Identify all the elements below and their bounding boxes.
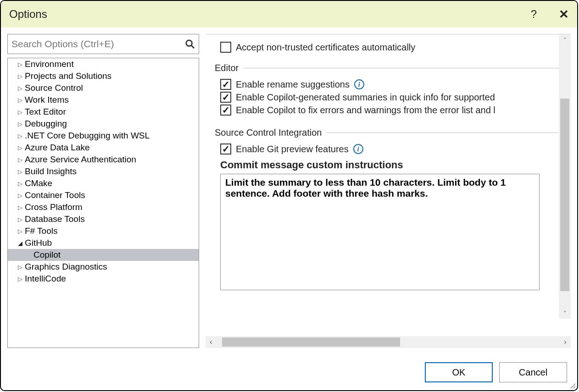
chevron-right-icon[interactable]: ▷	[18, 276, 23, 282]
tree-item[interactable]: ▷Container Tools	[8, 189, 199, 201]
chevron-right-icon[interactable]: ▷	[18, 121, 23, 127]
editor-legend: Editor	[215, 63, 243, 73]
chevron-right-icon[interactable]: ▷	[18, 228, 23, 235]
help-icon[interactable]: ?	[531, 8, 537, 21]
chevron-right-icon[interactable]: ▷	[18, 109, 23, 116]
info-icon[interactable]: i	[354, 79, 364, 89]
chevron-right-icon[interactable]: ▷	[18, 180, 23, 187]
scroll-thumb[interactable]	[222, 337, 400, 347]
tree-item-label: Source Control	[25, 83, 83, 93]
git-preview-checkbox[interactable]	[220, 144, 231, 155]
source-control-group: Source Control Integration Enable Git pr…	[215, 127, 562, 293]
tree-item[interactable]: ◢GitHub	[8, 237, 199, 249]
commit-instructions-textarea[interactable]	[220, 174, 540, 290]
rename-checkbox[interactable]	[220, 79, 231, 90]
tree-item[interactable]: ▷F# Tools	[8, 225, 199, 237]
tree-item-label: Container Tools	[25, 190, 85, 200]
resize-grip[interactable]	[569, 382, 575, 388]
search-input[interactable]	[11, 39, 185, 50]
tree-item-label: Azure Data Lake	[25, 143, 90, 153]
scroll-thumb[interactable]	[560, 99, 569, 291]
dialog-footer: OK Cancel	[1, 354, 577, 390]
tree-item[interactable]: ▷Azure Data Lake	[8, 142, 199, 154]
tree-item[interactable]: ▷Graphics Diagnostics	[8, 261, 199, 273]
commit-heading: Commit message custom instructions	[220, 159, 562, 171]
summaries-checkbox[interactable]	[220, 92, 231, 103]
accept-nontrusted-checkbox[interactable]	[220, 42, 231, 53]
tree-item-label: Text Editor	[25, 107, 66, 117]
fixerrors-row[interactable]: Enable Copilot to fix errors and warning…	[215, 105, 562, 116]
horizontal-scrollbar[interactable]: ‹ ›	[206, 336, 571, 348]
tree-item[interactable]: ▷CMake	[8, 177, 199, 189]
scroll-up-icon[interactable]: ˄	[559, 34, 571, 45]
tree-item[interactable]: ▷Azure Service Authentication	[8, 154, 199, 166]
scroll-right-icon[interactable]: ›	[560, 336, 571, 348]
tree-item-label: Azure Service Authentication	[25, 155, 136, 165]
git-preview-row[interactable]: Enable Git preview features i	[215, 144, 562, 155]
cancel-button[interactable]: Cancel	[499, 362, 567, 382]
tree-item[interactable]: ▷Build Insights	[8, 166, 199, 177]
svg-line-1	[191, 45, 194, 48]
tree-item-label: Projects and Solutions	[25, 71, 111, 81]
tree-item[interactable]: ▷IntelliCode	[8, 273, 199, 285]
tree-item[interactable]: ▷Work Items	[8, 94, 199, 106]
titlebar: Options ? ✕	[1, 1, 577, 28]
left-panel: ▷Environment▷Projects and Solutions▷Sour…	[7, 34, 199, 348]
chevron-right-icon[interactable]: ▷	[18, 85, 23, 92]
git-preview-label: Enable Git preview features	[236, 144, 349, 155]
titlebar-controls: ? ✕	[531, 7, 569, 22]
tree-item[interactable]: ▷Database Tools	[8, 213, 199, 225]
chevron-right-icon[interactable]: ▷	[18, 156, 23, 163]
search-icon	[185, 39, 195, 49]
accept-nontrusted-row[interactable]: Accept non-trusted certificates automati…	[215, 42, 562, 53]
rename-row[interactable]: Enable rename suggestions i	[215, 79, 562, 90]
chevron-down-icon[interactable]: ◢	[18, 240, 23, 247]
tree-item[interactable]: ▷Source Control	[8, 82, 199, 94]
tree-item-label: CMake	[25, 178, 52, 188]
chevron-right-icon[interactable]: ▷	[18, 61, 23, 68]
right-content: Accept non-trusted certificates automati…	[206, 34, 571, 334]
tree-item[interactable]: ▷Projects and Solutions	[8, 70, 199, 82]
tree-item-label: .NET Core Debugging with WSL	[25, 131, 150, 141]
right-inner: Accept non-trusted certificates automati…	[206, 34, 571, 334]
dialog-body: ▷Environment▷Projects and Solutions▷Sour…	[1, 28, 577, 354]
scroll-down-icon[interactable]: ˅	[559, 308, 571, 319]
info-icon[interactable]: i	[353, 144, 363, 154]
dialog-title: Options	[9, 8, 47, 21]
fixerrors-checkbox[interactable]	[220, 105, 231, 116]
vertical-scrollbar[interactable]: ˄ ˅	[559, 34, 571, 319]
tree-item-label: Cross Platform	[25, 202, 83, 212]
chevron-right-icon[interactable]: ▷	[18, 133, 23, 139]
options-tree[interactable]: ▷Environment▷Projects and Solutions▷Sour…	[7, 58, 199, 348]
tree-item[interactable]: ▷.NET Core Debugging with WSL	[8, 130, 199, 142]
svg-point-0	[186, 40, 192, 46]
chevron-right-icon[interactable]: ▷	[18, 97, 23, 104]
tree-item[interactable]: ▷Debugging	[8, 118, 199, 130]
tree-item[interactable]: ▷Environment	[8, 58, 199, 70]
chevron-right-icon[interactable]: ▷	[18, 216, 23, 223]
chevron-right-icon[interactable]: ▷	[18, 204, 23, 211]
tree-item-child[interactable]: Copilot	[8, 249, 199, 261]
tree-item-label: Build Insights	[25, 166, 77, 177]
chevron-right-icon[interactable]: ▷	[18, 73, 23, 80]
tree-item[interactable]: ▷Cross Platform	[8, 201, 199, 213]
tree-item-label: Debugging	[25, 119, 67, 129]
tree-item-label: F# Tools	[25, 226, 57, 236]
tree-item-label: GitHub	[25, 238, 52, 248]
summaries-label: Enable Copilot-generated summaries in qu…	[236, 92, 495, 103]
tree-item-label: Database Tools	[25, 214, 85, 224]
chevron-right-icon[interactable]: ▷	[18, 144, 23, 151]
chevron-right-icon[interactable]: ▷	[18, 168, 23, 175]
chevron-right-icon[interactable]: ▷	[18, 192, 23, 199]
search-box[interactable]	[7, 34, 199, 54]
chevron-right-icon[interactable]: ▷	[18, 264, 23, 271]
summaries-row[interactable]: Enable Copilot-generated summaries in qu…	[215, 92, 562, 103]
tree-item-label: Work Items	[25, 95, 69, 105]
tree-item[interactable]: ▷Text Editor	[8, 106, 199, 118]
scroll-left-icon[interactable]: ‹	[206, 336, 217, 348]
ok-button[interactable]: OK	[425, 362, 493, 382]
close-icon[interactable]: ✕	[559, 7, 569, 22]
options-dialog: Options ? ✕ ▷Environment▷Projects and So…	[0, 0, 578, 391]
fixerrors-label: Enable Copilot to fix errors and warning…	[236, 105, 495, 116]
right-panel: Accept non-trusted certificates automati…	[206, 34, 571, 348]
